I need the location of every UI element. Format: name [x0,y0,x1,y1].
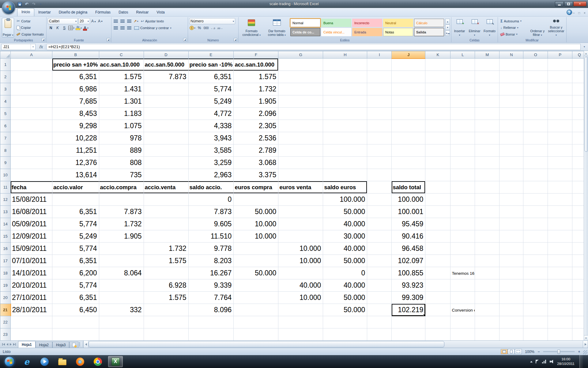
cell-P13[interactable] [548,206,572,218]
column-header-H[interactable]: H [323,51,367,59]
cell-K5[interactable] [425,108,450,120]
row-header-13[interactable]: 13 [0,206,11,218]
cell-E17[interactable]: 8.203 [188,255,234,267]
cell-H8[interactable] [323,144,367,157]
cell-N12[interactable] [499,194,523,206]
merge-center-button[interactable]: Combinar y centrar▾ [133,25,173,31]
cell-H13[interactable]: 50.000 [323,206,367,218]
cell-C3[interactable]: 1.431 [99,83,144,95]
cell-B9[interactable]: 12,376 [52,157,99,169]
cell-I16[interactable] [367,243,392,255]
cell-K1[interactable] [425,59,450,71]
cell-A10[interactable] [11,169,52,181]
cell-I15[interactable] [367,230,392,243]
cell-D11[interactable]: accio.venta [144,181,188,194]
column-header-L[interactable]: L [450,51,475,59]
taskbar-button-internet-explorer[interactable] [19,356,34,367]
volume-icon[interactable] [550,360,554,363]
cell-E1[interactable]: precio san -10% [188,59,234,71]
row-header-23[interactable]: 23 [0,328,11,341]
cell-J22[interactable] [392,316,425,328]
column-header-D[interactable]: D [144,51,188,59]
cell-F22[interactable] [234,316,278,328]
zoom-slider-handle[interactable] [557,350,560,354]
copy-button[interactable]: Copiar [15,25,45,31]
cell-O4[interactable] [523,95,548,108]
next-sheet-button[interactable] [10,343,12,346]
cell-D19[interactable]: 6.928 [144,279,188,292]
cell-A6[interactable] [11,120,52,132]
cell-C1[interactable]: acc.san.10.000 [99,59,144,71]
cell-O8[interactable] [523,144,548,157]
align-middle-button[interactable] [119,18,126,24]
insert-function-button[interactable]: fx [37,44,45,50]
taskbar-button-excel[interactable] [108,356,123,367]
cell-L4[interactable] [450,95,475,108]
cell-A4[interactable] [11,95,52,108]
cell-D16[interactable]: 1.732 [144,243,188,255]
close-button[interactable]: × [573,1,586,6]
cell-J14[interactable]: 95.459 [392,218,425,230]
cell-B15[interactable]: 5,249 [52,230,99,243]
cell-H4[interactable] [323,95,367,108]
cell-K16[interactable] [425,243,450,255]
row-header-22[interactable]: 22 [0,316,11,328]
zoom-out-button[interactable]: − [537,350,541,354]
numero-dialog-launcher[interactable]: ◢ [234,38,237,42]
cell-N1[interactable] [499,59,523,71]
cell-A18[interactable]: 14/10/2011 [11,267,52,279]
cell-B5[interactable]: 8,453 [52,108,99,120]
cell-M3[interactable] [475,83,499,95]
comma-style-button[interactable]: 000 [203,25,209,31]
format-cells-button[interactable]: Formato▾ [483,18,496,37]
cell-O6[interactable] [523,120,548,132]
gallery-more-button[interactable]: ▼▬ [445,30,450,36]
cell-G8[interactable] [278,144,323,157]
cell-B22[interactable] [52,316,99,328]
row-header-20[interactable]: 20 [0,292,11,304]
cell-L3[interactable] [450,83,475,95]
column-header-M[interactable]: M [475,51,499,59]
cell-O11[interactable] [523,181,548,194]
cell-M2[interactable] [475,71,499,83]
cell-E19[interactable]: 9.339 [188,279,234,292]
row-header-5[interactable]: 5 [0,108,11,120]
cell-O19[interactable] [523,279,548,292]
column-header-B[interactable]: B [52,51,99,59]
cell-P22[interactable] [548,316,572,328]
cell-style-neutral[interactable]: Neutral [383,19,413,27]
cell-J8[interactable] [392,144,425,157]
cell-H16[interactable]: 40.000 [323,243,367,255]
cell-O14[interactable] [523,218,548,230]
sheet-tab-hoja3[interactable]: Hoja3 [52,342,69,348]
fuente-dialog-launcher[interactable]: ◢ [107,38,110,42]
cell-E7[interactable]: 3,943 [188,132,234,144]
accounting-format-button[interactable]: $▾ [189,25,196,31]
percent-style-button[interactable]: % [196,25,202,31]
cell-M20[interactable] [475,292,499,304]
row-header-4[interactable]: 4 [0,95,11,108]
ribbon-tab-datos[interactable]: Datos [115,9,132,16]
cell-O17[interactable] [523,255,548,267]
cell-P21[interactable] [548,304,572,316]
normal-view-button[interactable] [501,349,508,354]
cell-D8[interactable] [144,144,188,157]
cell-A14[interactable]: 05/09/2011 [11,218,52,230]
cell-D7[interactable] [144,132,188,144]
cell-K3[interactable] [425,83,450,95]
cell-H18[interactable]: 0 [323,267,367,279]
cell-J11[interactable]: saldo total [392,181,425,194]
cell-B19[interactable]: 5,774 [52,279,99,292]
cell-B2[interactable]: 6,351 [52,71,99,83]
cell-L21[interactable]: Conversion en acciones de nuestros derec… [450,304,475,316]
cell-K23[interactable] [425,328,450,341]
align-right-button[interactable] [126,25,132,31]
cell-N11[interactable] [499,181,523,194]
cell-M23[interactable] [475,328,499,341]
cell-P23[interactable] [548,328,572,341]
cell-H10[interactable] [323,169,367,181]
cell-G12[interactable] [278,194,323,206]
zoom-slider[interactable] [543,351,575,352]
qat-customize-button[interactable]: ▾ [38,1,44,7]
row-header-7[interactable]: 7 [0,132,11,144]
